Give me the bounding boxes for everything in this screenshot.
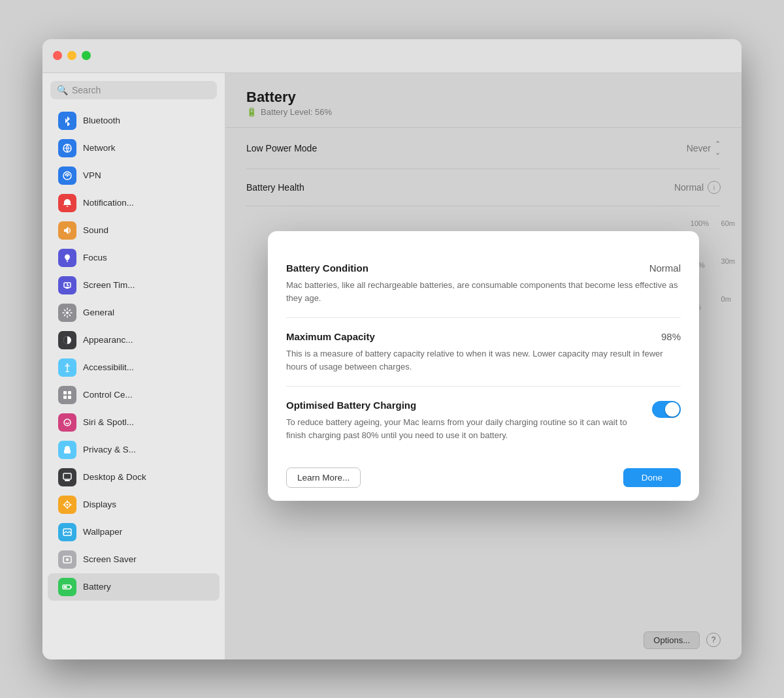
maximum-capacity-header: Maximum Capacity 98%	[286, 331, 681, 342]
sidebar-item-appearance[interactable]: Appearanc...	[48, 326, 220, 354]
sidebar-item-label-siri: Siri & Spotl...	[83, 417, 134, 427]
sidebar-item-label-accessibility: Accessibilit...	[83, 362, 134, 372]
screen-time-icon	[58, 276, 76, 294]
general-icon	[58, 304, 76, 322]
privacy-icon	[58, 441, 76, 459]
maximum-capacity-section: Maximum Capacity 98% This is a measure o…	[286, 318, 681, 387]
svg-rect-26	[64, 586, 67, 588]
optimised-charging-title: Optimised Battery Charging	[286, 400, 639, 411]
sidebar-item-label-bluetooth: Bluetooth	[83, 116, 120, 125]
sidebar-item-desktop-dock[interactable]: Desktop & Dock	[48, 464, 220, 491]
battery-condition-value: Normal	[649, 262, 681, 274]
sidebar-item-label-privacy: Privacy & S...	[83, 445, 136, 454]
close-button[interactable]	[53, 51, 62, 60]
search-bar[interactable]: 🔍 Search	[50, 81, 217, 99]
sidebar: 🔍 Search Bluetooth	[42, 73, 225, 659]
optimised-charging-content: Optimised Battery Charging To reduce bat…	[286, 400, 652, 441]
svg-point-3	[67, 174, 69, 176]
focus-icon	[58, 249, 76, 267]
sidebar-item-displays[interactable]: Displays	[48, 491, 220, 518]
svg-rect-11	[63, 391, 67, 394]
sidebar-item-privacy[interactable]: Privacy & S...	[48, 436, 220, 464]
traffic-lights	[53, 51, 91, 60]
sidebar-item-label-screen-time: Screen Tim...	[83, 280, 135, 290]
sidebar-item-screen-time[interactable]: Screen Tim...	[48, 272, 220, 299]
sidebar-item-label-appearance: Appearanc...	[83, 335, 133, 345]
sidebar-item-label-notifications: Notification...	[83, 198, 134, 208]
sidebar-item-general[interactable]: General	[48, 299, 220, 326]
vpn-icon	[58, 167, 76, 185]
modal-footer: Learn More... Done	[268, 454, 699, 501]
sidebar-item-notifications[interactable]: Notification...	[48, 189, 220, 217]
toggle-knob	[665, 402, 679, 417]
battery-condition-header: Battery Condition Normal	[286, 262, 681, 274]
sidebar-item-battery[interactable]: Battery	[48, 573, 220, 601]
modal-overlay: Battery Condition Normal Mac batteries, …	[225, 73, 742, 659]
sidebar-item-siri[interactable]: Siri & Spotl...	[48, 409, 220, 436]
main-content: 🔍 Search Bluetooth	[42, 73, 742, 659]
desktop-dock-icon	[58, 468, 76, 486]
battery-icon	[58, 578, 76, 596]
svg-rect-13	[63, 396, 67, 399]
sidebar-item-label-desktop-dock: Desktop & Dock	[83, 472, 146, 482]
battery-condition-section: Battery Condition Normal Mac batteries, …	[286, 249, 681, 318]
svg-point-23	[66, 558, 69, 561]
control-center-icon	[58, 386, 76, 404]
sidebar-item-vpn[interactable]: VPN	[48, 162, 220, 189]
svg-rect-17	[63, 473, 71, 479]
minimize-button[interactable]	[67, 51, 76, 60]
appearance-icon	[58, 331, 76, 349]
content-panel: Battery 🔋 Battery Level: 56% Low Power M…	[225, 73, 742, 659]
sidebar-item-network[interactable]: Network	[48, 135, 220, 162]
maximize-button[interactable]	[82, 51, 91, 60]
sidebar-item-label-displays: Displays	[83, 500, 116, 509]
bluetooth-icon	[58, 112, 76, 130]
siri-icon	[58, 413, 76, 432]
maximum-capacity-desc: This is a measure of battery capacity re…	[286, 347, 681, 373]
sidebar-item-label-focus: Focus	[83, 253, 107, 262]
svg-rect-18	[65, 480, 70, 481]
sidebar-item-screen-saver[interactable]: Screen Saver	[48, 546, 220, 573]
network-icon	[58, 139, 76, 157]
accessibility-icon	[58, 358, 76, 377]
sidebar-item-control-center[interactable]: Control Ce...	[48, 381, 220, 409]
optimised-charging-desc: To reduce battery ageing, your Mac learn…	[286, 416, 639, 441]
sidebar-item-label-vpn: VPN	[83, 170, 101, 180]
svg-point-8	[66, 311, 69, 314]
modal-body: Battery Condition Normal Mac batteries, …	[268, 231, 699, 454]
displays-icon	[58, 496, 76, 514]
sidebar-item-label-battery: Battery	[83, 582, 111, 592]
learn-more-button[interactable]: Learn More...	[286, 468, 361, 488]
svg-rect-14	[68, 396, 71, 399]
sound-icon	[58, 221, 76, 240]
svg-point-15	[64, 419, 71, 426]
sidebar-item-accessibility[interactable]: Accessibilit...	[48, 354, 220, 381]
sidebar-item-wallpaper[interactable]: Wallpaper	[48, 518, 220, 546]
sidebar-item-bluetooth[interactable]: Bluetooth	[48, 107, 220, 135]
maximum-capacity-value: 98%	[661, 331, 681, 342]
sidebar-item-focus[interactable]: Focus	[48, 244, 220, 272]
title-bar	[42, 39, 742, 73]
sidebar-item-label-network: Network	[83, 143, 116, 153]
macos-window: 🔍 Search Bluetooth	[42, 39, 742, 659]
sidebar-item-label-screen-saver: Screen Saver	[83, 554, 137, 564]
wallpaper-icon	[58, 523, 76, 541]
sidebar-item-label-control-center: Control Ce...	[83, 390, 133, 400]
svg-rect-16	[64, 449, 71, 453]
svg-point-4	[67, 261, 68, 262]
modal-dialog: Battery Condition Normal Mac batteries, …	[268, 231, 699, 501]
done-button[interactable]: Done	[623, 468, 681, 487]
svg-point-20	[67, 503, 69, 505]
svg-rect-25	[71, 586, 73, 588]
search-input[interactable]: Search	[72, 85, 101, 95]
sidebar-item-sound[interactable]: Sound	[48, 217, 220, 244]
optimised-charging-section: Optimised Battery Charging To reduce bat…	[286, 387, 681, 454]
optimised-charging-row: Optimised Battery Charging To reduce bat…	[286, 400, 681, 441]
search-icon: 🔍	[57, 85, 68, 95]
notifications-icon	[58, 194, 76, 212]
screen-saver-icon	[58, 550, 76, 569]
optimised-charging-toggle[interactable]	[652, 401, 681, 418]
battery-condition-title: Battery Condition	[286, 262, 368, 274]
battery-condition-desc: Mac batteries, like all rechargeable bat…	[286, 279, 681, 304]
svg-rect-12	[68, 391, 71, 394]
